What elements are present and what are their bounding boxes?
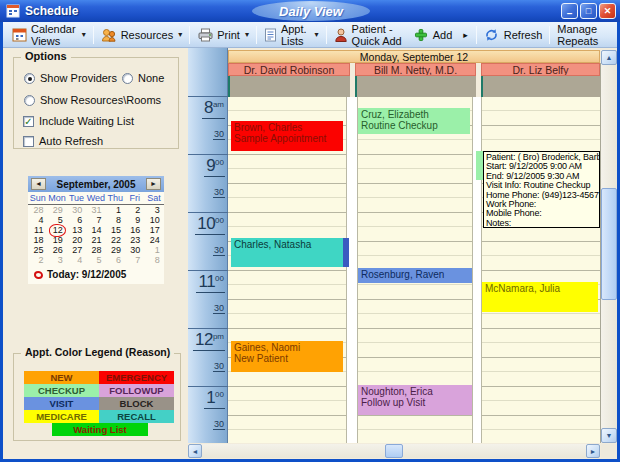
maximize-button[interactable]: □ — [580, 3, 597, 19]
calendar-date-cell[interactable]: 14 — [86, 225, 105, 235]
checkbox-icon[interactable] — [23, 136, 34, 147]
calendar-next-button[interactable]: ► — [146, 178, 161, 190]
calendar-date-cell[interactable]: 8 — [106, 215, 125, 225]
toolbar-button-label: Calendar Views — [31, 23, 77, 47]
provider-header-3[interactable]: Dr. Liz Belfy — [481, 63, 600, 76]
calendar-date-cell[interactable]: 16 — [125, 225, 144, 235]
calendar-date-cell[interactable]: 18 — [28, 235, 47, 245]
calendar-date-cell[interactable]: 4 — [67, 255, 86, 265]
half-hour-label: 30 — [213, 361, 225, 372]
appt-rosenburg-raven[interactable]: Rosenburg, Raven — [358, 268, 472, 283]
title-bar[interactable]: Schedule Daily View – □ ✕ — [0, 0, 620, 22]
scroll-up-button[interactable]: ▲ — [601, 50, 617, 65]
calendar-date-cell[interactable]: 4 — [28, 215, 47, 225]
appt-gaines-naomi[interactable]: Gaines, NaomiNew Patient — [231, 341, 343, 372]
calendar-date-cell[interactable]: 19 — [47, 235, 66, 245]
toolbar-button-print[interactable]: Print▾ — [192, 25, 254, 44]
check-include-waiting-list[interactable]: ✓ Include Waiting List — [23, 115, 134, 127]
radio-none[interactable]: None — [122, 72, 164, 84]
calendar-date-cell[interactable]: 26 — [47, 245, 66, 255]
appt-cruz-elizabeth[interactable]: Cruz, ElizabethRoutine Checkup — [358, 108, 470, 134]
toolbar-button-manage-repeats[interactable]: Manage Repeats — [552, 21, 613, 49]
calendar-date-cell[interactable]: 7 — [125, 255, 144, 265]
vertical-scrollbar[interactable]: ▲ ▼ — [601, 50, 617, 443]
calendar-date-cell[interactable]: 21 — [86, 235, 105, 245]
calendar-date-cell[interactable]: 23 — [125, 235, 144, 245]
provider-header-1[interactable]: Dr. David Robinson — [228, 63, 350, 76]
provider-header-2[interactable]: Bill M. Netty, M.D. — [355, 63, 476, 76]
scroll-down-button[interactable]: ▼ — [601, 428, 617, 443]
calendar-date-cell[interactable]: 9 — [125, 215, 144, 225]
schedule-column-3[interactable] — [482, 97, 600, 443]
scroll-left-button[interactable]: ◄ — [188, 444, 202, 458]
horizontal-scroll-thumb[interactable] — [385, 444, 403, 458]
calendar-date-cell[interactable]: 12 — [47, 225, 66, 235]
toolbar-separator — [326, 26, 327, 44]
calendar-date-cell[interactable]: 24 — [144, 235, 163, 245]
toolbar-button-appt-lists[interactable]: Appt. Lists▾ — [259, 21, 324, 49]
minimize-button[interactable]: – — [561, 3, 578, 19]
calendar-date-cell[interactable]: 28 — [28, 205, 47, 215]
calendar-date-cell[interactable]: 30 — [125, 245, 144, 255]
calendar-date-cell[interactable]: 5 — [86, 255, 105, 265]
calendar-date-cell[interactable]: 1 — [144, 245, 163, 255]
calendar-date-cell[interactable]: 1 — [106, 205, 125, 215]
calendar-date-cell[interactable]: 6 — [67, 215, 86, 225]
calendar-date-cell[interactable]: 3 — [47, 255, 66, 265]
half-hour-label: 30 — [213, 419, 225, 430]
appt-broderick-sliver[interactable] — [476, 151, 483, 180]
toolbar-button-patient-quick-add[interactable]: Patient - Quick Add — [329, 21, 408, 49]
half-hour-label: 30 — [213, 129, 225, 140]
radio-show-resources[interactable]: Show Resources\Rooms — [24, 94, 161, 106]
appt-brown-charles[interactable]: Brown, CharlesSample Appointment — [231, 121, 343, 151]
calendar-date-cell[interactable]: 20 — [67, 235, 86, 245]
legend-title: Appt. Color Legend (Reason) — [21, 346, 174, 358]
calendar-date-cell[interactable]: 17 — [144, 225, 163, 235]
calendar-date-cell[interactable]: 8 — [144, 255, 163, 265]
calendar-date-cell[interactable]: 3 — [144, 205, 163, 215]
half-hour-label: 30 — [213, 303, 225, 314]
toolbar-button-resources[interactable]: Resources▾ — [96, 25, 188, 44]
appt-noughton-erica[interactable]: Noughton, EricaFollow up Visit — [358, 385, 472, 415]
radio-show-providers[interactable]: Show Providers — [24, 72, 117, 84]
appt-charles-natasha[interactable]: Charles, Natasha — [231, 238, 343, 267]
toolbar-button-add[interactable]: Add — [408, 25, 458, 44]
calendar-today-row[interactable]: Today: 9/12/2005 — [28, 269, 164, 280]
calendar-date-cell[interactable]: 28 — [86, 245, 105, 255]
legend-item-emergency: EMERGENCY — [99, 371, 174, 384]
calendar-date-cell[interactable]: 7 — [86, 215, 105, 225]
calendar-prev-button[interactable]: ◄ — [31, 178, 46, 190]
appointment-text: Follow up Visit — [361, 398, 469, 409]
appt-mcnamara-julia[interactable]: McNamara, Julia — [482, 282, 598, 312]
schedule-panel: 8am309003010003011003012pm3010030 Monday… — [188, 48, 617, 459]
calendar-date-cell[interactable]: 10 — [144, 215, 163, 225]
calendar-date-cell[interactable]: 15 — [106, 225, 125, 235]
appt-hidden-sliver[interactable] — [343, 238, 349, 267]
calendar-date-cell[interactable]: 2 — [125, 205, 144, 215]
toolbar-button-calendar-views[interactable]: Calendar Views▾ — [7, 21, 91, 49]
checkbox-icon[interactable]: ✓ — [23, 116, 34, 127]
calendar-date-cell[interactable]: 13 — [67, 225, 86, 235]
calendar-date-cell[interactable]: 29 — [106, 245, 125, 255]
flyout-arrow-icon[interactable]: ▸ — [463, 30, 468, 40]
calendar-date-cell[interactable]: 30 — [67, 205, 86, 215]
calendar-date-cell[interactable]: 11 — [28, 225, 47, 235]
radio-icon[interactable] — [24, 95, 35, 106]
calendar-date-cell[interactable]: 22 — [106, 235, 125, 245]
radio-icon[interactable] — [24, 73, 35, 84]
calendar-date-cell[interactable]: 2 — [28, 255, 47, 265]
calendar-date-cell[interactable]: 29 — [47, 205, 66, 215]
time-gutter: 8am309003010003011003012pm3010030 — [188, 48, 228, 443]
close-button[interactable]: ✕ — [599, 3, 616, 19]
calendar-date-cell[interactable]: 31 — [86, 205, 105, 215]
vertical-scroll-thumb[interactable] — [601, 188, 617, 300]
scroll-right-button[interactable]: ► — [586, 444, 600, 458]
horizontal-scrollbar[interactable]: ◄ ► — [188, 444, 600, 458]
calendar-date-cell[interactable]: 25 — [28, 245, 47, 255]
radio-icon[interactable] — [122, 73, 133, 84]
toolbar-button-refresh[interactable]: Refresh — [479, 25, 548, 44]
calendar-day-name: Fri — [125, 192, 144, 204]
calendar-date-cell[interactable]: 6 — [106, 255, 125, 265]
check-auto-refresh[interactable]: Auto Refresh — [23, 135, 103, 147]
calendar-date-cell[interactable]: 27 — [67, 245, 86, 255]
